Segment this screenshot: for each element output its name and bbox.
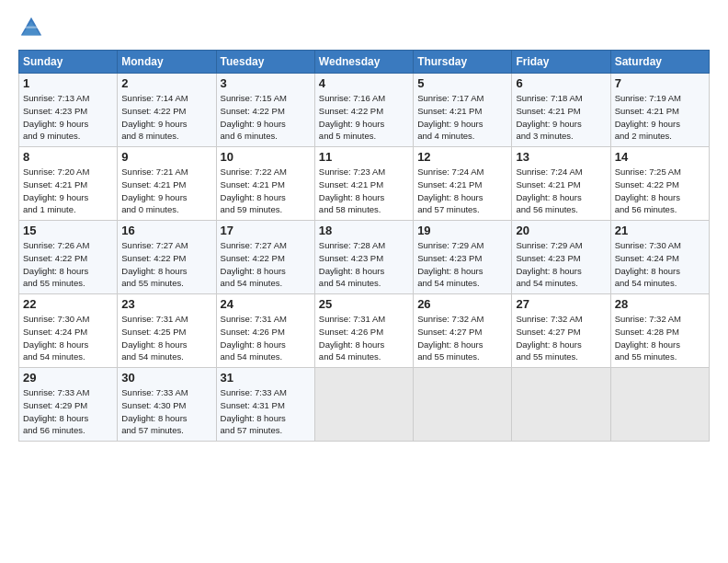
day-info: Sunrise: 7:19 AMSunset: 4:21 PMDaylight:…	[615, 93, 681, 141]
logo	[18, 15, 48, 40]
day-header-wednesday: Wednesday	[314, 51, 413, 74]
day-info: Sunrise: 7:24 AMSunset: 4:21 PMDaylight:…	[417, 167, 483, 214]
day-number: 21	[615, 224, 705, 237]
day-cell	[512, 368, 610, 442]
day-cell: 14Sunrise: 7:25 AMSunset: 4:22 PMDayligh…	[610, 147, 709, 221]
header-row: SundayMondayTuesdayWednesdayThursdayFrid…	[19, 51, 710, 74]
day-info: Sunrise: 7:27 AMSunset: 4:22 PMDaylight:…	[121, 240, 188, 288]
day-cell: 1Sunrise: 7:13 AMSunset: 4:23 PMDaylight…	[19, 74, 118, 147]
day-number: 18	[319, 224, 409, 237]
day-cell: 22Sunrise: 7:30 AMSunset: 4:24 PMDayligh…	[19, 294, 118, 368]
day-cell: 15Sunrise: 7:26 AMSunset: 4:22 PMDayligh…	[19, 221, 118, 294]
day-cell: 18Sunrise: 7:28 AMSunset: 4:23 PMDayligh…	[314, 221, 413, 294]
day-cell: 10Sunrise: 7:22 AMSunset: 4:21 PMDayligh…	[216, 147, 314, 221]
day-number: 27	[516, 297, 606, 311]
day-cell: 19Sunrise: 7:29 AMSunset: 4:23 PMDayligh…	[414, 221, 512, 294]
week-row-2: 8Sunrise: 7:20 AMSunset: 4:21 PMDaylight…	[19, 147, 710, 221]
day-cell	[610, 368, 709, 442]
svg-marker-1	[22, 21, 40, 35]
day-cell: 8Sunrise: 7:20 AMSunset: 4:21 PMDaylight…	[19, 147, 118, 221]
calendar-table: SundayMondayTuesdayWednesdayThursdayFrid…	[18, 50, 710, 442]
day-number: 24	[221, 297, 311, 311]
day-header-tuesday: Tuesday	[216, 51, 314, 74]
day-info: Sunrise: 7:33 AMSunset: 4:29 PMDaylight:…	[23, 387, 89, 435]
day-info: Sunrise: 7:15 AMSunset: 4:22 PMDaylight:…	[221, 93, 287, 141]
week-row-5: 29Sunrise: 7:33 AMSunset: 4:29 PMDayligh…	[19, 368, 710, 442]
day-number: 31	[221, 371, 311, 385]
day-cell: 20Sunrise: 7:29 AMSunset: 4:23 PMDayligh…	[512, 221, 610, 294]
day-number: 23	[121, 297, 211, 311]
week-row-1: 1Sunrise: 7:13 AMSunset: 4:23 PMDaylight…	[19, 74, 710, 147]
day-header-sunday: Sunday	[19, 51, 118, 74]
day-cell: 26Sunrise: 7:32 AMSunset: 4:27 PMDayligh…	[414, 294, 512, 368]
day-number: 10	[221, 150, 311, 164]
day-cell: 29Sunrise: 7:33 AMSunset: 4:29 PMDayligh…	[19, 368, 118, 442]
day-info: Sunrise: 7:16 AMSunset: 4:22 PMDaylight:…	[319, 93, 385, 141]
day-header-saturday: Saturday	[610, 51, 709, 74]
page: SundayMondayTuesdayWednesdayThursdayFrid…	[0, 0, 728, 451]
day-info: Sunrise: 7:30 AMSunset: 4:24 PMDaylight:…	[615, 240, 681, 288]
week-row-3: 15Sunrise: 7:26 AMSunset: 4:22 PMDayligh…	[19, 221, 710, 294]
day-info: Sunrise: 7:14 AMSunset: 4:22 PMDaylight:…	[121, 93, 188, 141]
day-number: 14	[615, 150, 705, 164]
day-cell: 11Sunrise: 7:23 AMSunset: 4:21 PMDayligh…	[314, 147, 413, 221]
day-number: 17	[221, 224, 311, 237]
day-info: Sunrise: 7:31 AMSunset: 4:26 PMDaylight:…	[319, 314, 385, 362]
day-info: Sunrise: 7:24 AMSunset: 4:21 PMDaylight:…	[516, 167, 582, 214]
day-cell: 16Sunrise: 7:27 AMSunset: 4:22 PMDayligh…	[118, 221, 216, 294]
day-cell	[414, 368, 512, 442]
day-number: 1	[23, 76, 113, 90]
day-info: Sunrise: 7:27 AMSunset: 4:22 PMDaylight:…	[221, 240, 287, 288]
day-number: 7	[615, 76, 705, 90]
day-cell: 31Sunrise: 7:33 AMSunset: 4:31 PMDayligh…	[216, 368, 314, 442]
day-cell: 25Sunrise: 7:31 AMSunset: 4:26 PMDayligh…	[314, 294, 413, 368]
day-number: 3	[221, 76, 311, 90]
day-number: 6	[516, 76, 606, 90]
day-number: 8	[23, 150, 113, 164]
header	[18, 15, 710, 40]
day-info: Sunrise: 7:21 AMSunset: 4:21 PMDaylight:…	[121, 167, 188, 214]
day-info: Sunrise: 7:32 AMSunset: 4:28 PMDaylight:…	[615, 314, 681, 362]
day-info: Sunrise: 7:29 AMSunset: 4:23 PMDaylight:…	[417, 240, 483, 288]
day-info: Sunrise: 7:26 AMSunset: 4:22 PMDaylight:…	[23, 240, 89, 288]
day-number: 12	[417, 150, 507, 164]
logo-icon	[18, 15, 44, 40]
day-number: 30	[121, 371, 211, 385]
day-cell: 6Sunrise: 7:18 AMSunset: 4:21 PMDaylight…	[512, 74, 610, 147]
day-number: 13	[516, 150, 606, 164]
day-header-monday: Monday	[118, 51, 216, 74]
day-info: Sunrise: 7:31 AMSunset: 4:25 PMDaylight:…	[121, 314, 188, 362]
day-number: 16	[121, 224, 211, 237]
week-row-4: 22Sunrise: 7:30 AMSunset: 4:24 PMDayligh…	[19, 294, 710, 368]
day-number: 26	[417, 297, 507, 311]
day-info: Sunrise: 7:30 AMSunset: 4:24 PMDaylight:…	[23, 314, 89, 362]
day-number: 5	[417, 76, 507, 90]
day-info: Sunrise: 7:18 AMSunset: 4:21 PMDaylight:…	[516, 93, 582, 141]
day-number: 25	[319, 297, 409, 311]
day-number: 19	[417, 224, 507, 237]
day-number: 15	[23, 224, 113, 237]
day-cell: 28Sunrise: 7:32 AMSunset: 4:28 PMDayligh…	[610, 294, 709, 368]
day-info: Sunrise: 7:23 AMSunset: 4:21 PMDaylight:…	[319, 167, 385, 214]
day-number: 9	[121, 150, 211, 164]
day-number: 4	[319, 76, 409, 90]
day-number: 11	[319, 150, 409, 164]
day-cell: 17Sunrise: 7:27 AMSunset: 4:22 PMDayligh…	[216, 221, 314, 294]
day-info: Sunrise: 7:13 AMSunset: 4:23 PMDaylight:…	[23, 93, 89, 141]
day-number: 20	[516, 224, 606, 237]
day-info: Sunrise: 7:32 AMSunset: 4:27 PMDaylight:…	[417, 314, 483, 362]
day-header-thursday: Thursday	[414, 51, 512, 74]
day-info: Sunrise: 7:25 AMSunset: 4:22 PMDaylight:…	[615, 167, 681, 214]
day-cell: 3Sunrise: 7:15 AMSunset: 4:22 PMDaylight…	[216, 74, 314, 147]
day-header-friday: Friday	[512, 51, 610, 74]
day-info: Sunrise: 7:22 AMSunset: 4:21 PMDaylight:…	[221, 167, 287, 214]
day-number: 2	[121, 76, 211, 90]
day-info: Sunrise: 7:33 AMSunset: 4:31 PMDaylight:…	[221, 387, 287, 435]
day-info: Sunrise: 7:28 AMSunset: 4:23 PMDaylight:…	[319, 240, 385, 288]
day-info: Sunrise: 7:33 AMSunset: 4:30 PMDaylight:…	[121, 387, 188, 435]
day-info: Sunrise: 7:20 AMSunset: 4:21 PMDaylight:…	[23, 167, 89, 214]
day-cell: 27Sunrise: 7:32 AMSunset: 4:27 PMDayligh…	[512, 294, 610, 368]
day-cell: 13Sunrise: 7:24 AMSunset: 4:21 PMDayligh…	[512, 147, 610, 221]
day-cell: 12Sunrise: 7:24 AMSunset: 4:21 PMDayligh…	[414, 147, 512, 221]
day-number: 28	[615, 297, 705, 311]
